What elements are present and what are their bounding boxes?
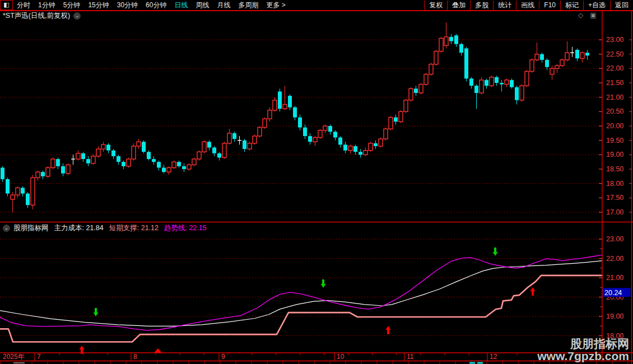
- top-toolbar: ◧ 分时1分钟5分钟15分钟30分钟60分钟日线周线月线多周期更多 > 复权叠加…: [0, 0, 633, 11]
- menu-item-timeframe-5[interactable]: 60分钟: [142, 1, 170, 10]
- candle-down: [162, 167, 166, 172]
- indicator-panel[interactable]: [0, 239, 602, 354]
- menu-item-timeframe-4[interactable]: 30分钟: [113, 1, 142, 10]
- menu-item-timeframe-10[interactable]: 更多 >: [262, 1, 289, 10]
- candle-up: [424, 74, 428, 85]
- candle-up: [555, 66, 559, 68]
- diamond-icon[interactable]: ◇: [578, 11, 583, 19]
- sub-axis-label: 21.00: [606, 274, 623, 282]
- candle-up: [480, 80, 483, 93]
- sell-arrow-icon: [321, 279, 326, 288]
- candle-down: [464, 48, 468, 78]
- candle-down: [485, 80, 488, 86]
- main-axis-label: 19.00: [606, 151, 623, 158]
- indicator-chevron-down-icon[interactable]: ⌄: [3, 225, 10, 232]
- candle-down: [207, 142, 211, 147]
- candle-up: [76, 153, 80, 159]
- menu-item-right-6[interactable]: 标记: [560, 1, 583, 10]
- candle-down: [495, 77, 499, 83]
- candle-up: [535, 54, 539, 60]
- candle-down: [1, 167, 4, 179]
- candle-up: [197, 152, 201, 159]
- indicator-header-field-0: 股朋指标网: [13, 223, 49, 233]
- candle-down: [510, 80, 514, 87]
- main-axis-label: 21.00: [606, 94, 623, 101]
- candle-up: [66, 165, 70, 173]
- candle-down: [545, 60, 549, 67]
- candle-down: [147, 152, 151, 159]
- candle-up: [273, 100, 277, 110]
- candle-up: [46, 167, 50, 176]
- candle-down: [142, 142, 146, 152]
- menu-item-timeframe-6[interactable]: 日线: [170, 1, 192, 10]
- candle-up: [434, 52, 438, 64]
- candle-up: [36, 172, 40, 178]
- candle-up: [16, 188, 20, 195]
- candle-up: [96, 149, 100, 156]
- candle-up: [429, 64, 433, 74]
- candle-up: [172, 162, 176, 167]
- candle-down: [41, 172, 45, 176]
- candle-down: [117, 156, 120, 162]
- panel-icon[interactable]: ▣: [590, 11, 596, 19]
- corner-icons: ◇▣: [578, 11, 597, 19]
- menu-item-right-3[interactable]: 统计: [493, 1, 516, 10]
- menu-item-timeframe-9[interactable]: 多周期: [234, 1, 262, 10]
- main-axis-label: 17.50: [606, 194, 623, 202]
- candle-down: [157, 162, 161, 167]
- candle-down: [449, 37, 453, 41]
- candle-down: [106, 144, 110, 150]
- candle-down: [333, 132, 337, 137]
- menu-item-timeframe-3[interactable]: 15分钟: [84, 1, 113, 10]
- menu-item-right-0[interactable]: 复权: [424, 1, 447, 10]
- candle-up: [520, 86, 524, 100]
- candle-up: [101, 144, 105, 149]
- menu-item-right-4[interactable]: 画线: [516, 1, 539, 10]
- timeframe-menu: 分时1分钟5分钟15分钟30分钟60分钟日线周线月线多周期更多 >: [13, 1, 290, 10]
- month-label: 7: [37, 353, 41, 361]
- candle-up: [31, 178, 35, 205]
- candle-up: [550, 68, 554, 74]
- candle-down: [474, 86, 478, 93]
- chevron-down-icon[interactable]: ⌄: [73, 12, 81, 20]
- candle-down: [298, 118, 302, 128]
- menu-item-right-1[interactable]: 叠加: [447, 1, 470, 10]
- candle-up: [167, 167, 171, 172]
- candle-up: [490, 77, 494, 86]
- month-label: 12: [490, 353, 497, 361]
- main-axis-label: 19.50: [606, 137, 623, 144]
- sub-axis-label: 22.00: [606, 255, 623, 263]
- menu-item-timeframe-2[interactable]: 5分钟: [59, 1, 85, 10]
- candle-up: [127, 159, 131, 166]
- menu-item-right-7[interactable]: +自选: [583, 1, 610, 10]
- candle-down: [308, 136, 312, 142]
- candle-up: [283, 104, 287, 109]
- menu-item-timeframe-1[interactable]: 1分钟: [34, 1, 59, 10]
- candle-down: [303, 128, 307, 136]
- candle-up: [192, 159, 196, 165]
- menu-item-timeframe-0[interactable]: 分时: [13, 1, 34, 10]
- main-axis-label: 20.50: [606, 108, 623, 115]
- candle-down: [177, 162, 181, 166]
- menu-item-right-5[interactable]: F10: [539, 1, 560, 9]
- candle-up: [263, 119, 267, 127]
- candle-up: [258, 128, 262, 136]
- candle-up: [399, 111, 403, 122]
- layout-icon[interactable]: ◧: [0, 0, 13, 10]
- candle-up: [202, 142, 206, 152]
- chart-title[interactable]: *ST声迅(日线,前复权): [3, 11, 70, 21]
- menu-item-right-8[interactable]: 返回: [610, 1, 633, 10]
- month-label: 9: [221, 353, 225, 361]
- menu-item-timeframe-7[interactable]: 周线: [192, 1, 213, 10]
- chart-canvas[interactable]: 23.0022.5022.0021.5021.0020.5020.0019.50…: [0, 0, 633, 364]
- indicator-header-field-3: 趋势线: 22.15: [164, 223, 207, 233]
- main-candlestick-chart[interactable]: [0, 22, 602, 212]
- candle-up: [560, 60, 564, 66]
- menu-item-timeframe-8[interactable]: 月线: [213, 1, 234, 10]
- menu-item-right-2[interactable]: 多股: [470, 1, 493, 10]
- candle-up: [444, 37, 448, 45]
- candle-up: [364, 151, 367, 155]
- candle-up: [409, 88, 413, 100]
- candle-down: [278, 91, 282, 109]
- main-axis-label: 22.50: [606, 50, 623, 58]
